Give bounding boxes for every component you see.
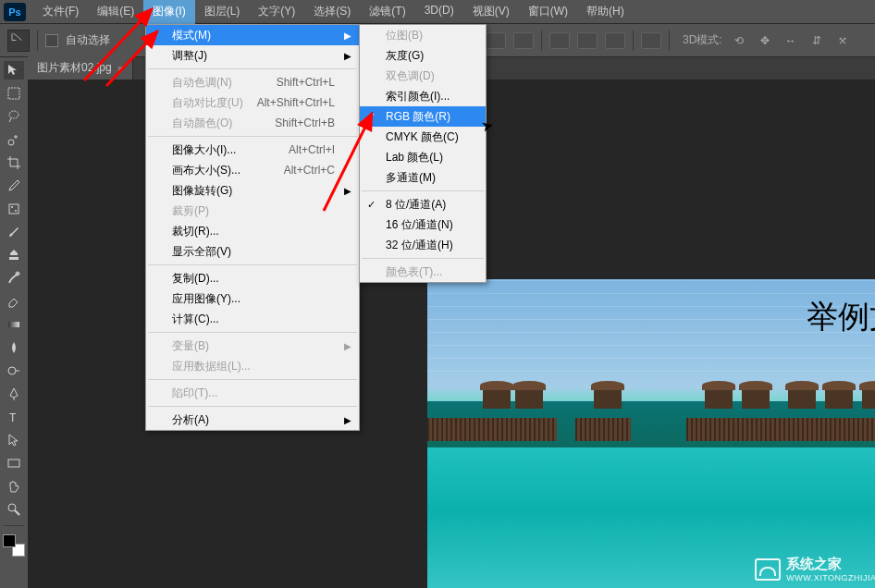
move-3d-icon[interactable]: ↔ [782, 32, 800, 49]
pen-tool[interactable] [4, 385, 24, 403]
scale-3d-icon[interactable]: ⤧ [833, 32, 852, 49]
watermark: 系统之家 WWW.XITONGZHIJIA.NET [755, 556, 875, 582]
menu-separator [148, 379, 357, 380]
history-brush-tool[interactable] [4, 269, 24, 288]
healing-brush-tool[interactable] [4, 200, 24, 218]
slide-3d-icon[interactable]: ⇵ [807, 32, 826, 49]
menu-separator [362, 190, 484, 191]
menu-item[interactable]: 图像大小(I)...Alt+Ctrl+I [146, 140, 359, 160]
dodge-tool[interactable] [4, 361, 24, 380]
distribute-button[interactable] [577, 32, 598, 49]
menu-item[interactable]: 图像旋转(G)▶ [146, 180, 359, 201]
menu-item-label: Lab 颜色(L) [386, 150, 443, 165]
check-icon: ✓ [367, 111, 376, 123]
crop-tool[interactable] [4, 153, 24, 172]
menu-item: 自动颜色(O)Shift+Ctrl+B [146, 113, 359, 133]
marquee-tool[interactable] [4, 84, 24, 103]
menu-滤镜[interactable]: 滤镜(T) [360, 0, 414, 24]
menu-编辑[interactable]: 编辑(E) [88, 0, 143, 24]
menu-文件[interactable]: 文件(F) [33, 0, 88, 24]
check-icon: ✓ [367, 199, 376, 211]
eraser-tool[interactable] [4, 292, 24, 311]
menu-3D[interactable]: 3D(D) [415, 0, 463, 24]
menu-item[interactable]: 多通道(M) [360, 167, 486, 188]
menu-item[interactable]: 16 位/通道(N) [360, 214, 486, 235]
menu-item-label: 模式(M) [172, 28, 211, 43]
menu-item-label: 应用数据组(L)... [172, 359, 251, 374]
menu-item[interactable]: ✓8 位/通道(A) [360, 194, 486, 214]
distribute-button[interactable] [605, 32, 625, 49]
menu-item[interactable]: 裁切(R)... [146, 221, 359, 241]
align-button[interactable] [486, 32, 506, 49]
align-button[interactable] [513, 32, 534, 49]
type-tool[interactable]: T [4, 408, 24, 426]
menu-窗口[interactable]: 窗口(W) [519, 0, 577, 24]
menu-item[interactable]: 索引颜色(I)... [360, 86, 486, 106]
distribute-button[interactable] [641, 32, 661, 49]
separator [37, 31, 38, 51]
hand-tool[interactable] [4, 477, 24, 496]
rectangle-tool[interactable] [4, 454, 24, 472]
menu-item-label: 8 位/通道(A) [386, 197, 446, 213]
menu-item-label: 复制(D)... [172, 271, 219, 287]
auto-select-checkbox[interactable] [45, 34, 58, 47]
menu-item-label: 应用图像(Y)... [172, 291, 240, 307]
menu-图层[interactable]: 图层(L) [195, 0, 250, 24]
foreground-color[interactable] [3, 534, 16, 547]
mode-submenu: 位图(B)灰度(G)双色调(D)索引颜色(I)...✓RGB 颜色(R)CMYK… [359, 24, 487, 283]
close-tab-icon[interactable]: × [117, 63, 123, 74]
menu-item-label: 图像大小(I)... [172, 142, 236, 158]
menu-separator [148, 68, 357, 69]
svg-point-5 [15, 210, 17, 212]
blur-tool[interactable] [4, 338, 24, 357]
tools-panel: T [0, 57, 28, 557]
eyedropper-tool[interactable] [4, 177, 24, 195]
svg-point-8 [8, 367, 16, 374]
menu-item[interactable]: 灰度(G) [360, 45, 486, 66]
menu-item[interactable]: 画布大小(S)...Alt+Ctrl+C [146, 160, 359, 180]
menu-item: 双色调(D) [360, 66, 486, 86]
menu-item[interactable]: Lab 颜色(L) [360, 147, 486, 167]
svg-point-1 [9, 111, 18, 118]
app-logo: Ps [4, 3, 26, 21]
menu-item: 自动对比度(U)Alt+Shift+Ctrl+L [146, 92, 359, 113]
sample-text: 举例文 [807, 296, 875, 338]
watermark-title: 系统之家 [786, 556, 875, 573]
menu-item[interactable]: 32 位/通道(H) [360, 235, 486, 255]
menu-帮助[interactable]: 帮助(H) [577, 0, 634, 24]
menu-item[interactable]: 调整(J)▶ [146, 45, 359, 66]
quick-select-tool[interactable] [4, 130, 24, 149]
menu-item[interactable]: 显示全部(V) [146, 241, 359, 262]
menu-文字[interactable]: 文字(Y) [249, 0, 304, 24]
menu-item[interactable]: 复制(D)... [146, 268, 359, 288]
menu-item[interactable]: 计算(C)... [146, 309, 359, 329]
document-image[interactable]: 举例文 系统之家 WWW.XITONGZHIJIA.NET [427, 279, 875, 588]
zoom-tool[interactable] [4, 500, 24, 519]
submenu-arrow-icon: ▶ [344, 51, 351, 61]
foreground-background-colors[interactable] [3, 534, 25, 557]
menu-item[interactable]: 分析(A)▶ [146, 410, 359, 430]
menu-item[interactable]: CMYK 颜色(C) [360, 127, 486, 147]
menu-视图[interactable]: 视图(V) [463, 0, 519, 24]
menu-选择[interactable]: 选择(S) [304, 0, 360, 24]
brush-tool[interactable] [4, 223, 24, 241]
menu-item[interactable]: 模式(M)▶ [146, 25, 359, 45]
menu-item: 自动色调(N)Shift+Ctrl+L [146, 72, 359, 92]
menu-item-label: 裁切(R)... [172, 224, 219, 239]
clone-stamp-tool[interactable] [4, 246, 24, 264]
tool-preset-icon[interactable] [7, 30, 30, 52]
lasso-tool[interactable] [4, 107, 24, 126]
menu-item-label: 灰度(G) [386, 48, 424, 64]
menu-item: 陷印(T)... [146, 383, 359, 403]
menu-图像[interactable]: 图像(I) [143, 0, 194, 24]
gradient-tool[interactable] [4, 315, 24, 334]
move-tool[interactable] [4, 61, 24, 80]
menu-item[interactable]: ✓RGB 颜色(R) [360, 106, 486, 127]
document-tab[interactable]: 图片素材02.jpg × [28, 56, 133, 80]
menu-item: 变量(B)▶ [146, 336, 359, 356]
distribute-button[interactable] [549, 32, 570, 49]
pan-3d-icon[interactable]: ✥ [756, 32, 774, 49]
path-select-tool[interactable] [4, 431, 24, 449]
orbit-3d-icon[interactable]: ⟲ [730, 32, 748, 49]
menu-item[interactable]: 应用图像(Y)... [146, 288, 359, 309]
